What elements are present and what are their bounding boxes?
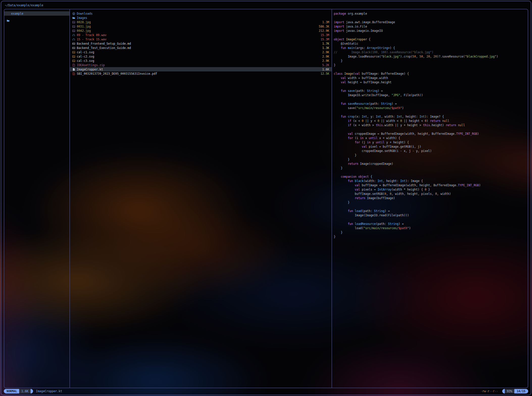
- file-name: 09 - Track 09.wav: [77, 33, 107, 37]
- file-name: 0028.jpg: [77, 20, 91, 24]
- file-row[interactable]: IDEAsettings.zip5.2K: [70, 63, 332, 67]
- file-name: cal-c2.svg: [77, 55, 94, 58]
- file-name: Backend_Test_Execution_Guide.md: [77, 46, 131, 50]
- mode-badge: NORMAL: [4, 389, 19, 393]
- file-row[interactable]: ImageCropper.kt1.6K: [70, 67, 332, 71]
- list-percent: 93%: [505, 389, 515, 393]
- file-name: SBI_0032013739_2023_DE05_0003155631Invoi…: [77, 72, 157, 75]
- file-row[interactable]: 0031.jpg586.3K: [70, 24, 332, 29]
- file-name: 0042.jpg: [77, 29, 91, 33]
- file-size-badge: 1.6K: [19, 389, 31, 393]
- file-name: ImageCropper.kt: [77, 68, 103, 71]
- file-size: 12.5K: [320, 72, 329, 75]
- image-icon: [72, 55, 75, 58]
- pill-cap: [502, 389, 505, 393]
- file-size: 15.3M: [320, 38, 329, 41]
- file-size: 212.9K: [319, 29, 329, 33]
- pdf-icon: [72, 72, 75, 75]
- file-size: 2.9K: [322, 55, 329, 58]
- mode-pill: NORMAL 1.6K: [4, 389, 33, 393]
- file-row[interactable]: Backend_Test_Execution_Guide.md1.3K: [70, 46, 332, 50]
- parent-item-label: example: [11, 12, 23, 15]
- file-name: Backend_Frontend_Setup_Guide.md: [77, 42, 131, 45]
- file-name: IDEAsettings.zip: [77, 63, 105, 67]
- file-name: 15 - Track 15.wav: [77, 38, 107, 41]
- image-icon: [72, 25, 75, 28]
- file-row[interactable]: 15 - Track 15.wav15.3M: [70, 37, 332, 41]
- audio-icon: [72, 34, 75, 37]
- file-size: 586.3K: [319, 25, 329, 28]
- file-row[interactable]: 0042.jpg212.9K: [70, 29, 332, 33]
- markdown-icon: [72, 42, 75, 45]
- file-name: Images: [77, 16, 87, 20]
- file-row[interactable]: Backend_Frontend_Setup_Guide.md1.7K: [70, 41, 332, 46]
- markdown-icon: [72, 46, 75, 49]
- file-size: 15.3M: [320, 33, 329, 37]
- file-row[interactable]: cal-c3.svg2.9K: [70, 59, 332, 63]
- file-size: 1.3K: [322, 46, 329, 50]
- file-list-pane: DownloadsImages0028.jpg1.3M0031.jpg586.3…: [70, 9, 332, 388]
- status-bar: NORMAL 1.6K ImageCropper.kt -rw-r--r-- 9…: [4, 389, 528, 393]
- image-icon: [72, 59, 75, 62]
- code-preview: package org.example import java.awt.imag…: [334, 12, 528, 239]
- file-size: 1.7K: [322, 42, 329, 45]
- file-row[interactable]: SBI_0032013739_2023_DE05_0003155631Invoi…: [70, 71, 332, 76]
- image-icon: [72, 21, 75, 24]
- status-filename: ImageCropper.kt: [36, 389, 62, 393]
- preview-pane: package org.example import java.awt.imag…: [332, 9, 528, 388]
- file-size: 5.2K: [322, 63, 329, 67]
- file-size: 2.9K: [322, 59, 329, 63]
- image-icon: [72, 51, 75, 54]
- file-row[interactable]: cal-c2.svg2.9K: [70, 54, 332, 59]
- file-row[interactable]: Images: [70, 16, 332, 20]
- list-position: 14/15: [514, 389, 528, 393]
- file-row[interactable]: 09 - Track 09.wav15.3M: [70, 33, 332, 37]
- file-name: cal-c1.svg: [77, 50, 94, 54]
- audio-icon: [72, 38, 75, 41]
- parent-pane: example: [4, 9, 69, 388]
- file-row[interactable]: cal-c1.svg2.9K: [70, 50, 332, 54]
- folder-icon: [7, 12, 10, 15]
- file-manager-panes: example DownloadsImages0028.jpg1.3M0031.…: [4, 9, 528, 388]
- breadcrumb: ~/Data/example/example: [5, 4, 43, 7]
- file-size: 2.9K: [322, 50, 329, 54]
- file-icon: [72, 68, 75, 71]
- file-row[interactable]: 0028.jpg1.3M: [70, 20, 332, 24]
- file-size: 1.6K: [322, 68, 329, 71]
- download-icon: [72, 12, 75, 15]
- permissions-text: -rw-r--r--: [480, 389, 498, 393]
- file-size: 1.3M: [322, 20, 329, 24]
- position-pill: 93% 14/15: [502, 389, 528, 393]
- status-right: -rw-r--r-- 93% 14/15: [480, 389, 528, 393]
- terminal-window: ~/Data/example/example example Downloads…: [1, 1, 531, 395]
- status-left: NORMAL 1.6K ImageCropper.kt: [4, 389, 62, 393]
- parent-item-example[interactable]: example: [4, 11, 69, 16]
- file-name: Downloads: [77, 12, 92, 15]
- pill-cap: [31, 389, 33, 393]
- zip-icon: [72, 64, 75, 67]
- file-name: 0031.jpg: [77, 25, 91, 28]
- file-row[interactable]: Downloads: [70, 11, 332, 16]
- folder-icon: [72, 16, 75, 19]
- image-icon: [72, 29, 75, 32]
- file-name: cal-c3.svg: [77, 59, 94, 63]
